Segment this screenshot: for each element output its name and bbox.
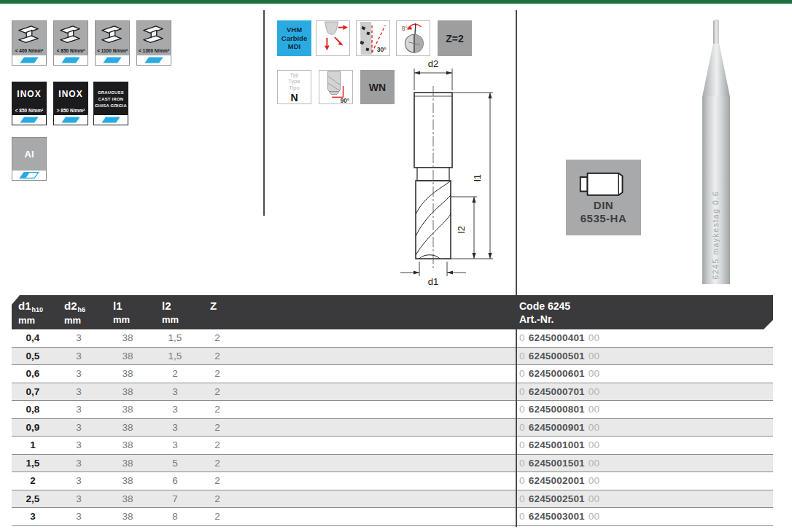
svg-text:90°: 90° xyxy=(341,98,349,103)
cell-l2: 1,5 xyxy=(152,329,198,347)
universal-application-icon xyxy=(316,20,350,56)
table-header: d1h10 mm d2h6 mm l1 mm l2 mm Z Code 6245… xyxy=(12,295,773,329)
cell-d1: 0,5 xyxy=(12,348,54,365)
tool-photo-tip xyxy=(713,19,719,44)
material-icon-aluminium: Al xyxy=(12,137,47,181)
cell-d2: 3 xyxy=(54,329,104,347)
cell-z: 2 xyxy=(198,437,236,454)
table-body: 0,4 3 38 1,5 2 0624500040100 0,5 3 38 1,… xyxy=(12,329,773,526)
type-word-de: Typ xyxy=(290,71,298,78)
cell-d1: 1,5 xyxy=(12,455,54,472)
material-icon-inox-high: INOX > 850 N/mm² xyxy=(53,82,88,125)
cell-z: 2 xyxy=(198,348,236,365)
section-divider-right xyxy=(516,10,517,527)
cell-d2: 3 xyxy=(54,490,104,508)
corner-angle-icon: 90° xyxy=(319,70,353,104)
type-icon: Typ Type Tipo N xyxy=(277,70,311,104)
cell-d2: 3 xyxy=(54,401,104,418)
cell-article-number: 0624500250100 xyxy=(519,490,599,508)
cell-d1: 0,6 xyxy=(12,365,54,383)
table-row: 2,5 3 38 7 2 0624500250100 xyxy=(12,490,773,509)
section-divider-left xyxy=(263,10,265,216)
table-row: 0,9 3 38 3 2 0624500090100 xyxy=(12,419,773,437)
cell-z: 2 xyxy=(198,401,236,418)
cell-l1: 38 xyxy=(104,472,152,490)
col-header-l1: l1 mm xyxy=(113,300,130,325)
cell-l1: 38 xyxy=(104,419,152,437)
cylindrical-shank-icon xyxy=(575,168,633,199)
cell-d2: 3 xyxy=(54,365,104,383)
dim-label-l2: l2 xyxy=(456,226,467,233)
shank-standard-icon: DIN 6535-HA xyxy=(566,160,641,235)
laser-etched-text: 6245 maykestag 0.6 xyxy=(711,191,720,280)
steel-beam-icon xyxy=(139,25,168,48)
svg-text:8°: 8° xyxy=(402,25,408,32)
cell-l2: 2 xyxy=(152,365,198,383)
cell-d2: 3 xyxy=(54,419,104,437)
material-strength-label: < 850 N/mm² xyxy=(57,48,85,55)
chip-strip xyxy=(12,171,46,180)
tool-photo-shank: 6245 maykestag 0.6 xyxy=(702,96,730,284)
cell-z: 2 xyxy=(198,329,236,347)
cell-article-number: 0624500040100 xyxy=(519,329,599,347)
cell-article-number: 0624500300100 xyxy=(519,508,599,525)
table-row: 0,6 3 38 2 2 0624500060100 xyxy=(12,365,773,383)
front-8deg-icon: 8° xyxy=(397,21,430,55)
table-row: 3 3 38 8 2 0624500300100 xyxy=(12,508,773,526)
cell-l1: 38 xyxy=(104,365,152,383)
cell-l1: 38 xyxy=(104,455,152,472)
flutes-label: Z=2 xyxy=(446,33,464,44)
cell-d2: 3 xyxy=(54,437,104,454)
cell-l2: 3 xyxy=(152,419,198,437)
dim-label-d1: d1 xyxy=(428,276,438,287)
top-accent-bar xyxy=(0,0,792,4)
chip-icon xyxy=(18,116,40,124)
corner-90deg-icon: 90° xyxy=(319,71,352,103)
material-strength-label: < 1100 N/mm² xyxy=(97,48,128,55)
chip-icon xyxy=(60,56,82,64)
material-icon-inox-low: INOX < 850 N/mm² xyxy=(12,82,47,125)
col-header-l2: l2 mm xyxy=(162,300,179,325)
grade-line: VHM xyxy=(287,26,302,34)
helix-angle-icon: 30° xyxy=(356,20,390,56)
svg-text:30°: 30° xyxy=(377,46,387,53)
table-row: 0,8 3 38 3 2 0624500080100 xyxy=(12,401,773,419)
table-row: 0,4 3 38 1,5 2 0624500040100 xyxy=(12,329,773,348)
cell-d1: 1 xyxy=(12,437,54,454)
cell-article-number: 0624500070100 xyxy=(519,383,599,401)
type-value: N xyxy=(290,92,298,103)
din-standard-line1: DIN xyxy=(594,199,613,212)
cell-l2: 7 xyxy=(152,490,198,508)
cell-l2: 5 xyxy=(152,455,198,472)
tool-photo: 6245 maykestag 0.6 xyxy=(687,13,745,284)
col-header-d2: d2h6 mm xyxy=(64,300,85,326)
cell-d2: 3 xyxy=(54,455,104,472)
cell-l1: 38 xyxy=(104,383,152,401)
aluminium-label: Al xyxy=(12,138,46,171)
front-angle-icon: 8° xyxy=(396,20,430,56)
material-strength-label: > 850 N/mm² xyxy=(54,108,88,115)
chip-icon xyxy=(60,116,82,124)
cell-l2: 6 xyxy=(152,472,198,490)
cell-d2: 3 xyxy=(54,348,104,365)
chip-half-icon xyxy=(18,171,40,179)
steel-beam-icon xyxy=(56,25,85,48)
cell-z: 2 xyxy=(198,365,236,383)
cell-l2: 8 xyxy=(152,508,198,525)
cell-d2: 3 xyxy=(54,383,104,401)
cell-l2: 1,5 xyxy=(152,348,198,365)
inox-title: INOX xyxy=(54,89,88,108)
type-word-en: Type xyxy=(288,78,300,85)
chip-strip xyxy=(94,115,128,125)
material-icon-steel-850: < 850 N/mm² xyxy=(53,20,88,66)
chip-strip xyxy=(12,115,46,125)
chip-icon xyxy=(18,56,40,64)
cell-article-number: 0624500150100 xyxy=(519,455,599,472)
cast-iron-label-it: GHISA GRIGIA xyxy=(94,103,128,108)
cell-l1: 38 xyxy=(104,348,152,365)
cell-article-number: 0624500050100 xyxy=(519,348,599,365)
cell-l2: 3 xyxy=(152,383,198,401)
material-icon-cast-iron: GRAUGUSS CAST IRON GHISA GRIGIA xyxy=(93,82,128,125)
dim-label-l1: l1 xyxy=(472,174,483,181)
cell-l1: 38 xyxy=(104,401,152,418)
